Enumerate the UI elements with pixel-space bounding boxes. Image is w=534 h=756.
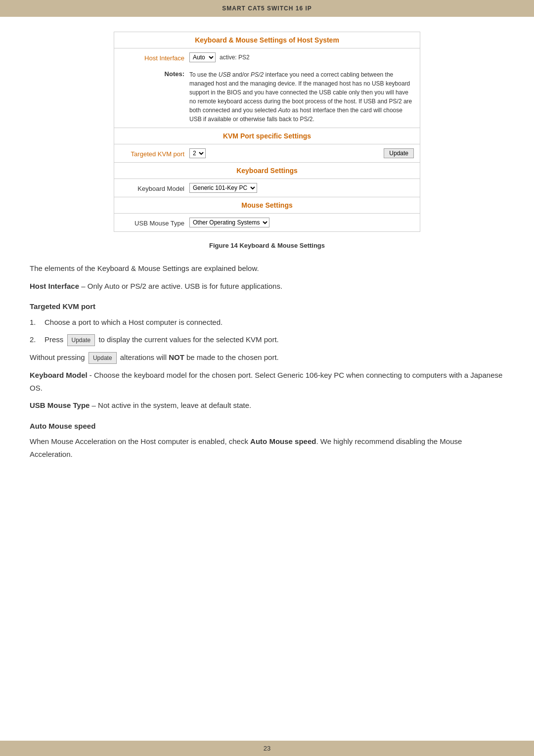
page-footer: 23 — [0, 741, 534, 756]
targeted-kvm-update-button[interactable]: Update — [384, 148, 414, 158]
host-interface-active: active: PS2 — [220, 54, 250, 61]
targeted-kvm-label: Targeted KVM port — [120, 149, 189, 158]
targeted-kvm-left: Targeted KVM port 2 1 3 4 — [120, 148, 210, 158]
intro-paragraph: The elements of the Keyboard & Mouse Set… — [30, 262, 504, 275]
auto-mouse-heading: Auto Mouse speed — [30, 420, 504, 433]
usb-mouse-label: USB Mouse Type — [120, 219, 189, 227]
mouse-section-title: Mouse Settings — [114, 197, 420, 214]
keyboard-section-title: Keyboard Settings — [114, 163, 420, 179]
keyboard-model-row: Keyboard Model Generic 101-Key PC Generi… — [114, 179, 420, 197]
page-number: 23 — [264, 745, 270, 752]
auto-mouse-bold: Auto Mouse speed — [250, 437, 316, 445]
auto-mouse-paragraph: When Mouse Acceleration on the Host comp… — [30, 435, 504, 460]
targeted-kvm-heading: Targeted KVM port — [30, 300, 504, 313]
step-1-text: Choose a port to which a Host computer i… — [44, 316, 222, 329]
notes-label: Notes: — [120, 70, 189, 78]
step-3-update-btn[interactable]: Update — [89, 352, 117, 364]
step-3-end: be made to the chosen port. — [184, 353, 279, 361]
keyboard-model-desc: - Choose the keyboard model for the chos… — [30, 371, 502, 392]
keyboard-model-select[interactable]: Generic 101-Key PC Generic 106-Key PC — [189, 183, 257, 193]
host-interface-label: Host Interface — [120, 53, 189, 62]
intro-text: The elements of the Keyboard & Mouse Set… — [30, 264, 259, 272]
main-content: Keyboard & Mouse Settings of Host System… — [0, 17, 534, 485]
host-interface-heading: Host Interface — [30, 282, 79, 290]
step-2-number: 2. — [30, 333, 44, 346]
host-interface-paragraph: Host Interface – Only Auto or PS/2 are a… — [30, 280, 504, 293]
notes-row: Notes: To use the USB and/or PS/2 interf… — [114, 66, 420, 128]
host-interface-select[interactable]: Auto PS/2 USB — [189, 52, 216, 62]
settings-panel: Keyboard & Mouse Settings of Host System… — [114, 32, 420, 232]
host-interface-desc: – Only Auto or PS/2 are active. USB is f… — [79, 282, 282, 290]
targeted-kvm-select[interactable]: 2 1 3 4 — [189, 148, 206, 158]
notes-text: To use the USB and/or PS/2 interface you… — [189, 70, 414, 124]
usb-mouse-desc: – Not active in the system, leave at def… — [89, 401, 251, 409]
header-title: SMART CAT5 SWITCH 16 IP — [222, 5, 312, 12]
usb-mouse-heading: USB Mouse Type — [30, 401, 89, 409]
step-3-post: alterations will — [118, 353, 169, 361]
keyboard-model-heading: Keyboard Model — [30, 371, 88, 379]
auto-mouse-desc: When Mouse Acceleration on the Host comp… — [30, 437, 250, 445]
keyboard-model-paragraph: Keyboard Model - Choose the keyboard mod… — [30, 369, 504, 394]
step-3-not: NOT — [169, 353, 184, 361]
usb-mouse-select[interactable]: Other Operating Systems Windows — [189, 218, 269, 227]
step-2-content: Press Update to display the current valu… — [44, 333, 279, 346]
usb-mouse-row: USB Mouse Type Other Operating Systems W… — [114, 214, 420, 231]
figure-caption: Figure 14 Keyboard & Mouse Settings — [30, 242, 504, 249]
step-1: 1. Choose a port to which a Host compute… — [30, 316, 504, 329]
page-header: SMART CAT5 SWITCH 16 IP — [0, 0, 534, 17]
step-1-number: 1. — [30, 316, 44, 329]
step-3-paragraph: Without pressing Update alterations will… — [30, 351, 504, 364]
step-2-update-btn[interactable]: Update — [67, 334, 95, 346]
step-3-pre: Without pressing — [30, 353, 87, 361]
step-2: 2. Press Update to display the current v… — [30, 333, 504, 346]
keyboard-model-label: Keyboard Model — [120, 184, 189, 192]
main-settings-title: Keyboard & Mouse Settings of Host System — [114, 32, 420, 48]
kvm-section-title: KVM Port specific Settings — [114, 128, 420, 144]
usb-mouse-paragraph: USB Mouse Type – Not active in the syste… — [30, 399, 504, 412]
host-interface-row: Host Interface Auto PS/2 USB active: PS2 — [114, 48, 420, 66]
body-text: The elements of the Keyboard & Mouse Set… — [30, 257, 504, 470]
step-2-post: to display the current values for the se… — [96, 335, 279, 344]
targeted-kvm-row: Targeted KVM port 2 1 3 4 Update — [114, 144, 420, 162]
step-2-pre: Press — [44, 335, 66, 344]
